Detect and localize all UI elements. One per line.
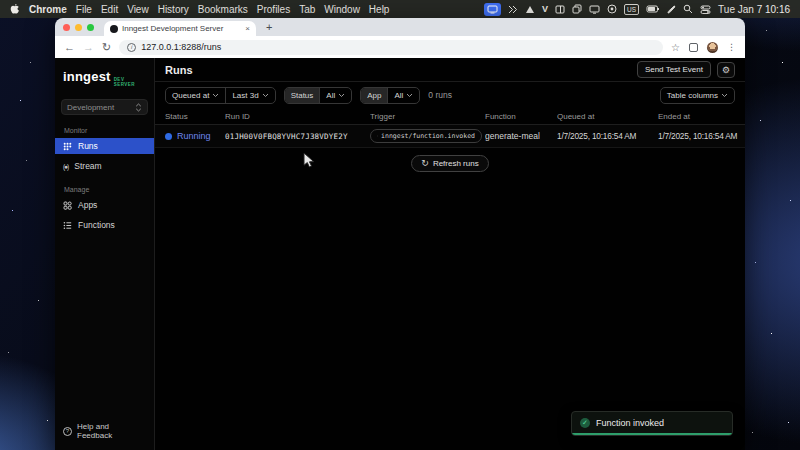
menu-app-name[interactable]: Chrome: [29, 4, 67, 15]
runs-count: 0 runs: [428, 90, 452, 100]
sidebar-item-label: Functions: [78, 220, 115, 230]
profile-avatar[interactable]: [707, 42, 718, 53]
menu-file[interactable]: File: [76, 4, 92, 15]
functions-icon: [63, 221, 72, 230]
section-label-monitor: Monitor: [55, 127, 154, 134]
table-columns-button[interactable]: Table columns: [660, 87, 735, 104]
menu-tab[interactable]: Tab: [299, 4, 315, 15]
status-filter-group: Status All: [284, 87, 353, 104]
record-circle-icon[interactable]: [607, 3, 617, 16]
environment-selector[interactable]: Development: [61, 99, 148, 115]
back-icon[interactable]: ←: [64, 42, 75, 53]
menu-help[interactable]: Help: [369, 4, 390, 15]
chevron-down-icon: [338, 93, 345, 98]
function-name[interactable]: generate-meal: [485, 131, 557, 141]
menu-history[interactable]: History: [158, 4, 189, 15]
close-window-button[interactable]: [63, 24, 70, 31]
reload-icon[interactable]: ↻: [102, 42, 111, 53]
section-label-manage: Manage: [55, 186, 154, 193]
sidebar-item-apps[interactable]: Apps: [55, 197, 154, 213]
trigger-cell: inngest/function.invoked: [370, 129, 485, 143]
tab-strip: Inngest Development Server × +: [55, 18, 745, 36]
sidebar-item-label: Stream: [74, 161, 101, 171]
menu-view[interactable]: View: [127, 4, 149, 15]
extensions-icon[interactable]: [689, 43, 698, 52]
split-view-icon[interactable]: [555, 3, 565, 16]
queued-at-dropdown[interactable]: Queued at: [166, 88, 225, 103]
copy-icon[interactable]: [572, 3, 582, 16]
menu-profiles[interactable]: Profiles: [257, 4, 290, 15]
header-actions: Send Test Event ⚙: [637, 61, 735, 78]
window-controls: [63, 24, 94, 31]
help-and-feedback[interactable]: ? Help and Feedback: [55, 422, 154, 450]
browser-window: Inngest Development Server × + ← → ↻ i 1…: [55, 18, 745, 450]
menu-bookmarks[interactable]: Bookmarks: [198, 4, 248, 15]
menu-edit[interactable]: Edit: [101, 4, 118, 15]
event-arrow-icon: [377, 133, 378, 139]
screen-share-icon[interactable]: [484, 3, 501, 16]
control-center-icon[interactable]: [700, 3, 711, 16]
apple-menu-icon[interactable]: [10, 3, 20, 16]
minimize-window-button[interactable]: [75, 24, 82, 31]
keyboard-layout-badge[interactable]: US: [624, 4, 639, 15]
battery-icon[interactable]: [646, 3, 660, 16]
browser-menu-icon[interactable]: ⋮: [727, 42, 736, 52]
send-test-event-button[interactable]: Send Test Event: [637, 61, 711, 78]
browser-tab[interactable]: Inngest Development Server ×: [104, 21, 256, 36]
table-columns-label: Table columns: [667, 91, 718, 100]
refresh-label: Refresh runs: [433, 159, 479, 168]
logo-row: inngest DEV SERVER: [55, 58, 154, 87]
inngest-favicon: [110, 25, 118, 33]
v-app-icon[interactable]: V: [542, 3, 548, 16]
sidebar-item-stream[interactable]: (●) Stream: [55, 158, 154, 174]
status-filter-dropdown[interactable]: All: [319, 88, 351, 103]
status-filter-label: Status: [285, 88, 320, 103]
site-info-icon[interactable]: i: [127, 43, 136, 52]
app-filter-value: All: [394, 91, 403, 100]
app-content: inngest DEV SERVER Development Monitor R…: [55, 58, 745, 450]
close-tab-icon[interactable]: ×: [245, 24, 250, 33]
time-range-dropdown[interactable]: Last 3d: [225, 88, 274, 103]
trigger-name: inngest/function.invoked: [381, 132, 475, 140]
column-run-id: Run ID: [225, 112, 370, 121]
runs-icon: [63, 142, 72, 151]
toast-notification[interactable]: ✓ Function invoked: [571, 411, 733, 436]
display-icon[interactable]: [589, 3, 600, 16]
refresh-wrap: ↻ Refresh runs: [155, 155, 745, 172]
column-status: Status: [165, 112, 225, 121]
menu-clock[interactable]: Tue Jan 7 10:16: [718, 4, 790, 15]
sidebar: inngest DEV SERVER Development Monitor R…: [55, 58, 155, 450]
sidebar-item-functions[interactable]: Functions: [55, 217, 154, 233]
triangle-app-icon[interactable]: [525, 3, 535, 16]
column-queued-at: Queued at: [557, 112, 658, 121]
main-panel: Runs Send Test Event ⚙ Queued at: [155, 58, 745, 450]
table-row[interactable]: Running 01JH00V0FBQ8YVHC7J38VDYE2Y innge…: [155, 125, 745, 148]
trigger-badge[interactable]: inngest/function.invoked: [370, 129, 482, 143]
app-filter-group: App All: [360, 87, 420, 104]
app-filter-dropdown[interactable]: All: [387, 88, 419, 103]
new-tab-button[interactable]: +: [266, 21, 272, 33]
double-arrow-icon[interactable]: [508, 3, 518, 16]
menu-window[interactable]: Window: [324, 4, 360, 15]
column-ended-at: Ended at: [658, 112, 741, 121]
chevron-down-icon: [212, 93, 219, 98]
mouse-cursor: [303, 152, 315, 173]
refresh-runs-button[interactable]: ↻ Refresh runs: [411, 155, 488, 172]
maximize-window-button[interactable]: [87, 24, 94, 31]
settings-button[interactable]: ⚙: [717, 62, 735, 78]
ended-at-value: 1/7/2025, 10:16:54 AM: [658, 131, 741, 141]
address-bar[interactable]: i 127.0.0.1:8288/runs: [119, 40, 663, 55]
pencil-icon[interactable]: [667, 3, 676, 16]
column-trigger: Trigger: [370, 112, 485, 121]
forward-icon[interactable]: →: [83, 42, 94, 53]
run-status: Running: [177, 131, 211, 141]
search-icon[interactable]: [683, 3, 693, 16]
sidebar-item-runs[interactable]: Runs: [55, 138, 154, 154]
dev-server-badge: DEV SERVER: [114, 77, 146, 87]
queued-at-label: Queued at: [172, 91, 209, 100]
toast-progress-bar: [572, 433, 732, 435]
bookmark-star-icon[interactable]: ☆: [671, 42, 680, 53]
updown-chevron-icon: [135, 103, 142, 112]
run-id[interactable]: 01JH00V0FBQ8YVHC7J38VDYE2Y: [225, 132, 370, 141]
url-text: 127.0.0.1:8288/runs: [141, 42, 221, 52]
